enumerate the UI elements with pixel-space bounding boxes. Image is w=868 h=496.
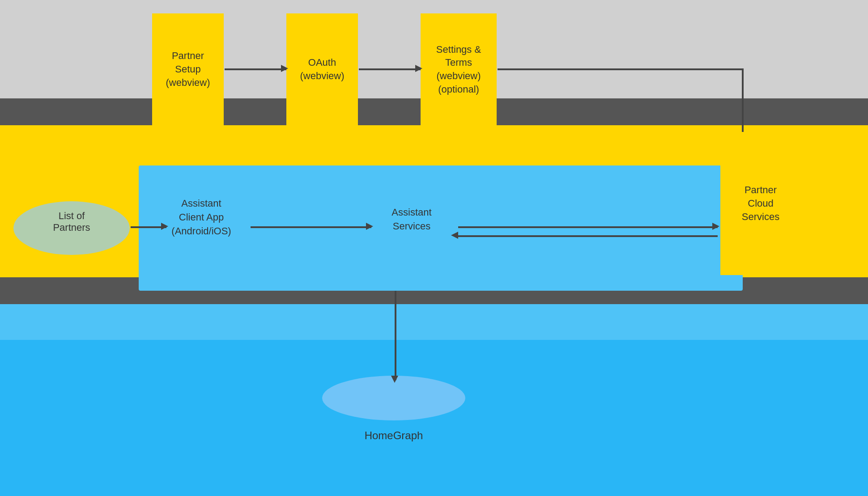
partner-cloud-label: Partner Cloud Services: [742, 183, 779, 223]
assistant-services-label: Assistant Services: [367, 206, 456, 233]
arrowhead-services-cloud: [712, 223, 719, 230]
oauth-box: OAuth (webview): [286, 13, 358, 125]
partner-setup-box: Partner Setup (webview): [152, 13, 224, 125]
arrow-setup-to-oauth: [225, 68, 286, 70]
arrowhead-oauth-settings: [415, 65, 422, 72]
arrowhead-homegraph: [391, 376, 398, 383]
arrow-settings-right: [498, 68, 744, 70]
arrow-settings-down: [742, 68, 744, 140]
assistant-client-label: Assistant Client App (Android/iOS): [157, 197, 246, 238]
list-of-partners-label: List of Partners: [20, 210, 123, 233]
partner-cloud-box: Partner Cloud Services: [720, 132, 801, 275]
arrow-to-homegraph: [395, 291, 396, 380]
partner-setup-label: Partner Setup (webview): [166, 49, 210, 89]
oauth-label: OAuth (webview): [300, 56, 344, 82]
arrowhead-setup-oauth: [281, 65, 288, 72]
arrow-oauth-to-settings: [359, 68, 421, 70]
arrow-client-to-services: [251, 226, 371, 228]
homegraph-label: HomeGraph: [331, 429, 456, 442]
blue-bottom-inner: [0, 340, 868, 496]
arrow-services-to-cloud: [458, 226, 718, 228]
settings-terms-box: Settings & Terms (webview) (optional): [421, 13, 497, 125]
arrow-cloud-to-services-return: [458, 235, 718, 237]
settings-terms-label: Settings & Terms (webview) (optional): [436, 43, 481, 96]
